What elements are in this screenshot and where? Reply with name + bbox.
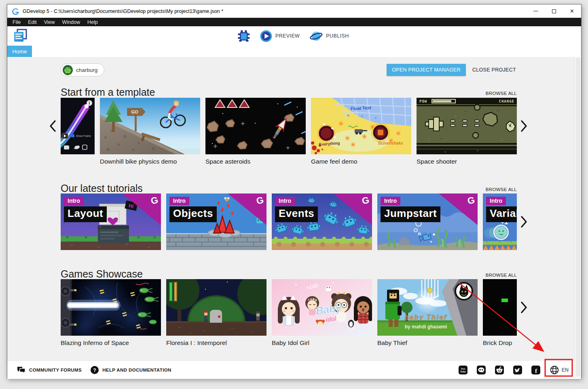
help-icon: ? [91,366,99,374]
discord-icon [477,366,486,374]
menu-edit[interactable]: Edit [24,19,40,26]
debugger-icon[interactable] [237,30,250,42]
tutorials-carousel: Hi Intro Layout G [61,193,517,250]
twitter-link[interactable] [513,366,522,374]
game-thumb-brick-drop [483,279,517,336]
tutorial-title: Objects [169,206,217,222]
tutorial-card-events[interactable]: Intro Events G [272,193,372,250]
tutorial-card-variables[interactable]: +1 Intro [483,193,517,250]
tutorial-tag: Intro [169,197,189,205]
globe-icon [550,365,559,375]
tutorial-title: Variab [486,206,517,222]
template-thumb-space-asteroids [205,98,306,154]
publish-button[interactable]: PUBLISH [309,30,349,42]
game-card-blazing-inferno[interactable] [61,279,161,336]
tutorial-tag: Intro [486,197,506,205]
home-page: charburg OPEN PROJECT MANAGER CLOSE PROJ… [7,57,581,361]
svg-text:?: ? [93,367,96,373]
tutorial-card-jumpstart[interactable]: Intro Jumpstart G [377,193,478,250]
project-manager-button[interactable] [13,28,28,44]
template-card-downhill-bike[interactable]: GO [100,98,200,154]
svg-text:CHANGE: CHANGE [499,99,514,103]
vertical-scrollbar[interactable] [575,57,581,378]
tutorial-title: Layout [64,206,107,222]
menu-view[interactable]: View [40,19,59,26]
menu-file[interactable]: File [9,19,24,26]
templates-carousel: i Show Frame [61,98,517,165]
browse-all-showcase[interactable]: BROWSE ALL [486,273,517,279]
template-card-space-shooter[interactable]: POW CHANGE [417,98,517,154]
reddit-icon [495,366,504,374]
reddit-link[interactable] [495,366,504,374]
svg-text:i: i [89,101,90,105]
menu-help[interactable]: Help [84,19,102,26]
preview-button[interactable]: PREVIEW [260,30,300,42]
preview-label: PREVIEW [275,33,300,39]
twitter-icon [513,366,522,374]
tutorial-card-layout[interactable]: Hi Intro Layout G [61,193,161,250]
toolbar: PREVIEW PUBLISH [7,26,581,46]
game-thumb-floresia [166,279,267,336]
close-icon: ✕ [570,8,574,14]
tutorial-title: Events [275,206,318,222]
maximize-button[interactable] [545,4,563,18]
desktop: GDevelop 5 - C:\Users\charburg\Documents… [0,0,588,389]
tutorial-card-objects[interactable]: Intro Objects G [166,193,267,250]
discord-link[interactable] [477,366,486,374]
open-project-manager-button[interactable]: OPEN PROJECT MANAGER [387,64,466,76]
browse-all-tutorials[interactable]: BROWSE ALL [486,187,517,193]
game-card-brick-drop[interactable] [483,279,517,336]
template-thumb-particle-demo: i Show Frame [61,98,95,154]
minimize-button[interactable] [527,4,545,18]
template-card-particle-demo[interactable]: i Show Frame [61,98,95,154]
game-card-baby-idol[interactable]: +100 [272,279,372,336]
menu-window[interactable]: Window [59,19,84,26]
svg-text:baby Thief: baby Thief [404,313,447,321]
game-thumb-blazing-inferno [61,279,161,336]
close-button[interactable]: ✕ [563,4,581,18]
svg-text:GO: GO [131,109,138,114]
game-caption: Baby Idol Girl [272,339,372,347]
facebook-link[interactable]: f [531,366,540,374]
language-selector[interactable]: EN [550,365,569,375]
youtube-icon: You Tube [459,366,467,374]
game-card-baby-thief[interactable]: baby Thief by mahdi ghasemi [377,279,478,336]
game-thumb-baby-idol: +100 [272,279,372,336]
user-chip[interactable]: charburg [61,63,104,76]
game-caption: Brick Drop [483,339,517,347]
avatar [63,65,73,75]
carousel-next-button[interactable] [520,301,527,314]
close-project-button[interactable]: CLOSE PROJECT [472,64,517,76]
template-caption: Game feel demo [311,158,411,165]
carousel-next-button[interactable] [520,120,527,132]
gdevelop-logo-icon [12,8,19,15]
carousel-next-button[interactable] [520,216,527,228]
scrollbar-thumb[interactable] [576,57,580,377]
tutorial-tag: Intro [275,197,295,205]
browse-all-templates[interactable]: BROWSE ALL [486,91,517,97]
svg-text:POW: POW [419,99,427,103]
carousel-prev-button[interactable] [49,120,56,132]
forum-icon [17,366,25,374]
help-documentation-link[interactable]: ? HELP AND DOCUMENTATION [91,366,171,374]
svg-text:You: You [461,368,465,370]
template-card-space-asteroids[interactable] [205,98,306,154]
language-label: EN [562,367,569,373]
template-caption: Space shooter [417,158,517,165]
template-thumb-downhill-bike: GO [100,98,200,154]
game-card-floresia[interactable] [166,279,267,336]
section-title-showcase: Games Showcase [61,269,143,279]
tab-home[interactable]: Home [7,46,32,57]
section-title-tutorials: Our latest tutorials [61,183,143,193]
svg-text:by mahdi ghasemi: by mahdi ghasemi [405,324,447,330]
window-title: GDevelop 5 - C:\Users\charburg\Documents… [23,8,223,14]
tab-bar: Home [7,46,581,57]
community-forums-link[interactable]: COMMUNITY FORUMS [17,366,82,374]
youtube-link[interactable]: You Tube [459,366,467,374]
svg-text:Screenshake: Screenshake [378,141,403,145]
showcase-carousel: Blazing Inferno of Space [61,279,517,347]
tutorial-tag: Intro [64,197,84,205]
template-card-game-feel[interactable]: Float Text [311,98,411,154]
section-title-templates: Start from a template [61,87,155,97]
svg-text:Tube: Tube [460,370,466,373]
